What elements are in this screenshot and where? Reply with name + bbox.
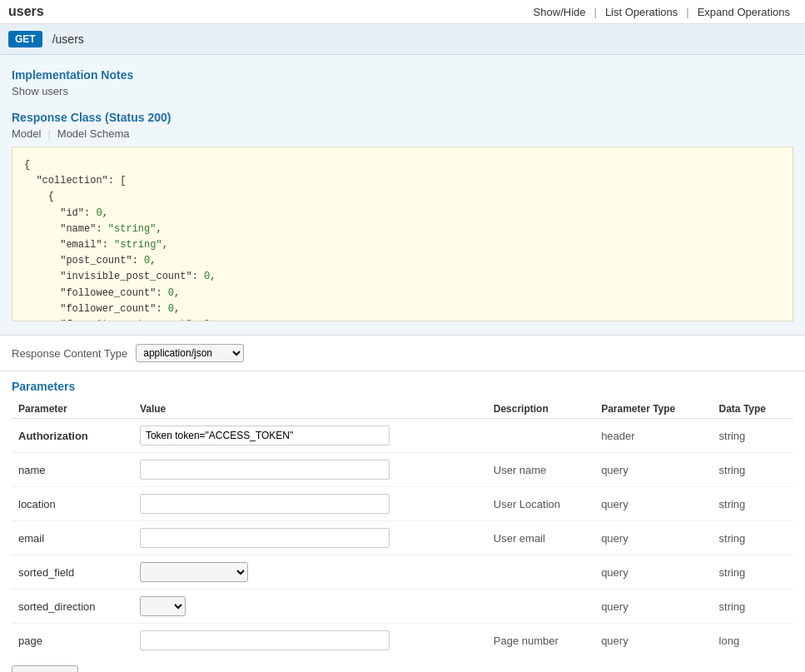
- param-desc-page: Page number: [487, 624, 594, 658]
- params-header: Parameter Value Description Parameter Ty…: [12, 400, 793, 419]
- param-type-page: query: [594, 624, 712, 658]
- method-badge: GET: [8, 31, 42, 47]
- top-bar-actions: Show/Hide | List Operations | Expand Ope…: [527, 6, 797, 18]
- name-input[interactable]: [140, 460, 390, 480]
- implementation-notes: Implementation Notes Show users: [12, 68, 793, 97]
- sep2: |: [684, 6, 690, 18]
- param-value-sorted-direction: [133, 590, 487, 624]
- param-type-sorted-field: query: [594, 555, 712, 590]
- params-body: Authorization header string name User na…: [12, 419, 793, 658]
- table-row: location User Location query string: [12, 487, 793, 521]
- param-datatype-sorted-field: string: [713, 555, 793, 590]
- param-datatype-email: string: [713, 521, 793, 555]
- param-datatype-sorted-direction: string: [713, 590, 793, 624]
- param-type-email: query: [594, 521, 712, 555]
- col-header-parameter-type: Parameter Type: [594, 400, 712, 419]
- param-value-sorted-field: [133, 555, 487, 590]
- parameters-table: Parameter Value Description Parameter Ty…: [12, 400, 793, 657]
- code-line-0: {: [24, 157, 781, 173]
- param-value-name: [133, 453, 487, 487]
- show-hide-link[interactable]: Show/Hide: [527, 6, 593, 18]
- code-line-1: "collection": [: [24, 173, 781, 189]
- implementation-notes-description: Show users: [12, 85, 793, 97]
- param-type-authorization: header: [594, 419, 712, 453]
- code-line-4: "name": "string",: [24, 222, 781, 237]
- table-row: page Page number query long: [12, 624, 793, 658]
- param-name-name: name: [12, 453, 133, 487]
- code-line-9: "follower_count": 0,: [24, 301, 781, 317]
- code-line-5: "email": "string",: [24, 237, 781, 253]
- param-type-location: query: [594, 487, 712, 521]
- page-input[interactable]: [140, 630, 390, 650]
- sorted-field-select[interactable]: [140, 562, 248, 582]
- param-type-sorted-direction: query: [594, 590, 712, 624]
- table-row: Authorization header string: [12, 419, 793, 453]
- col-header-data-type: Data Type: [713, 400, 793, 419]
- params-header-row: Parameter Value Description Parameter Ty…: [12, 400, 793, 419]
- model-schema-link[interactable]: Model Schema: [57, 127, 130, 140]
- param-desc-authorization: [487, 419, 594, 453]
- param-desc-sorted-field: [487, 555, 594, 590]
- sorted-direction-select[interactable]: [140, 596, 186, 616]
- response-content-type-bar: Response Content Type application/json a…: [0, 336, 805, 371]
- code-line-7: "invisible_post_count": 0,: [24, 269, 781, 285]
- sep1: |: [592, 6, 598, 18]
- try-it-out-button[interactable]: Try it out!: [12, 665, 78, 672]
- param-value-authorization: [133, 419, 487, 453]
- col-header-value: Value: [133, 400, 487, 419]
- param-name-email: email: [12, 521, 133, 555]
- code-line-6: "post_count": 0,: [24, 253, 781, 269]
- param-name-authorization: Authorization: [12, 419, 133, 453]
- col-header-description: Description: [487, 400, 594, 419]
- top-bar: users Show/Hide | List Operations | Expa…: [0, 0, 805, 24]
- page-title: users: [8, 4, 44, 19]
- param-datatype-name: string: [713, 453, 793, 487]
- response-class: Response Class (Status 200) Model | Mode…: [12, 111, 793, 140]
- table-row: sorted_direction query string: [12, 590, 793, 624]
- param-name-location: location: [12, 487, 133, 521]
- table-row: sorted_field query string: [12, 555, 793, 590]
- response-ct-label: Response Content Type: [12, 347, 127, 360]
- col-header-parameter: Parameter: [12, 400, 133, 419]
- param-desc-name: User name: [487, 453, 594, 487]
- code-line-3: "id": 0,: [24, 206, 781, 222]
- param-desc-location: User Location: [487, 487, 594, 521]
- param-name-sorted-field: sorted_field: [12, 555, 133, 590]
- param-datatype-location: string: [713, 487, 793, 521]
- table-row: email User email query string: [12, 521, 793, 555]
- param-value-page: [133, 624, 487, 658]
- param-value-location: [133, 487, 487, 521]
- content-area: Implementation Notes Show users Response…: [0, 55, 805, 336]
- param-value-email: [133, 521, 487, 555]
- table-row: name User name query string: [12, 453, 793, 487]
- get-bar: GET /users: [0, 24, 805, 55]
- param-type-name: query: [594, 453, 712, 487]
- email-input[interactable]: [140, 528, 390, 548]
- code-line-8: "followee_count": 0,: [24, 286, 781, 301]
- parameters-section: Parameters Parameter Value Description P…: [0, 371, 805, 672]
- implementation-notes-title: Implementation Notes: [12, 68, 793, 82]
- model-sep: |: [47, 127, 50, 140]
- code-line-2: {: [24, 189, 781, 205]
- response-ct-select[interactable]: application/json application/xml text/pl…: [136, 344, 244, 362]
- list-operations-link[interactable]: List Operations: [599, 6, 684, 18]
- authorization-input[interactable]: [140, 426, 390, 446]
- location-input[interactable]: [140, 494, 390, 514]
- model-toggle: Model | Model Schema: [12, 127, 793, 140]
- param-name-sorted-direction: sorted_direction: [12, 590, 133, 624]
- code-block: { "collection": [ { "id": 0, "name": "st…: [12, 147, 793, 321]
- param-datatype-authorization: string: [713, 419, 793, 453]
- model-link[interactable]: Model: [12, 127, 41, 140]
- param-desc-sorted-direction: [487, 590, 594, 624]
- code-line-10: "favorite_posts_count": 0: [24, 317, 781, 321]
- parameters-title: Parameters: [12, 380, 793, 393]
- param-name-page: page: [12, 624, 133, 658]
- param-desc-email: User email: [487, 521, 594, 555]
- param-datatype-page: long: [713, 624, 793, 658]
- expand-operations-link[interactable]: Expand Operations: [691, 6, 797, 18]
- endpoint-path: /users: [52, 32, 84, 46]
- response-class-title: Response Class (Status 200): [12, 111, 793, 124]
